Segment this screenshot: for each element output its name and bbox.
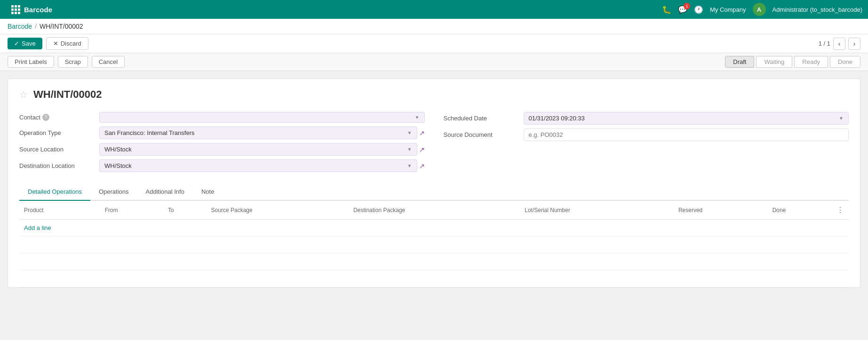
discard-button[interactable]: ✕ Discard xyxy=(46,37,88,50)
operation-type-select[interactable]: San Francisco: Internal Transfers ▼ xyxy=(99,127,417,139)
company-name: My Company xyxy=(710,6,746,13)
contact-arrow-icon: ▼ xyxy=(415,115,420,120)
source-location-select[interactable]: WH/Stock ▼ xyxy=(99,143,417,156)
app-icon[interactable]: Barcode xyxy=(6,0,58,19)
operation-type-external-link-icon[interactable]: ↗ xyxy=(419,129,425,137)
destination-location-field-row: Destination Location WH/Stock ▼ ↗ xyxy=(19,159,425,172)
scheduled-date-label: Scheduled Date xyxy=(444,115,524,122)
contact-select[interactable]: ▼ xyxy=(99,112,425,123)
stage-ready[interactable]: Ready xyxy=(794,56,828,68)
source-document-input[interactable] xyxy=(524,128,849,141)
empty-row-3 xyxy=(19,270,849,287)
print-labels-button[interactable]: Print Labels xyxy=(8,56,54,68)
discard-x-icon: ✕ xyxy=(53,40,58,47)
source-location-label: Source Location xyxy=(19,146,99,153)
save-button[interactable]: ✓ Save xyxy=(8,38,42,49)
col-options: ⋮ xyxy=(832,201,849,220)
bug-icon[interactable]: 🐛 xyxy=(662,5,671,14)
add-line-cell[interactable]: Add a line xyxy=(19,220,849,237)
scheduled-date-input[interactable]: 01/31/2023 09:20:33 ▼ xyxy=(524,112,849,125)
tab-detailed-operations[interactable]: Detailed Operations xyxy=(19,183,90,201)
contact-help-icon[interactable]: ? xyxy=(42,114,49,121)
destination-location-arrow-icon: ▼ xyxy=(407,163,412,168)
pagination: 1 / 1 ‹ › xyxy=(819,38,860,50)
scheduled-date-input-wrap: 01/31/2023 09:20:33 ▼ xyxy=(524,112,849,125)
empty-row-2 xyxy=(19,253,849,270)
tabs-row: Detailed Operations Operations Additiona… xyxy=(19,183,849,201)
action-bar: ✓ Save ✕ Discard 1 / 1 ‹ › xyxy=(0,34,868,53)
stage-draft[interactable]: Draft xyxy=(725,56,754,68)
grid-icon[interactable] xyxy=(11,5,20,14)
col-from: From xyxy=(100,201,163,220)
form-fields: Contact ? ▼ Operation Type xyxy=(19,112,849,176)
source-location-input-wrap: WH/Stock ▼ ↗ xyxy=(99,143,425,156)
next-button[interactable]: › xyxy=(848,38,860,50)
user-label[interactable]: Administrator (to_stock_barcode) xyxy=(772,6,862,13)
prev-button[interactable]: ‹ xyxy=(833,38,845,50)
destination-location-label: Destination Location xyxy=(19,162,99,169)
scheduled-date-field-row: Scheduled Date 01/31/2023 09:20:33 ▼ xyxy=(444,112,849,125)
destination-location-select[interactable]: WH/Stock ▼ xyxy=(99,159,417,172)
source-location-arrow-icon: ▼ xyxy=(407,147,412,152)
tab-additional-info[interactable]: Additional Info xyxy=(137,183,193,201)
col-lot-serial: Lot/Serial Number xyxy=(520,201,674,220)
clock-icon[interactable]: 🕐 xyxy=(694,5,703,14)
operation-type-input-wrap: San Francisco: Internal Transfers ▼ ↗ xyxy=(99,127,425,139)
user-avatar[interactable]: A xyxy=(753,3,766,16)
save-checkmark-icon: ✓ xyxy=(14,40,19,47)
scheduled-date-arrow-icon: ▼ xyxy=(839,116,844,121)
breadcrumb-separator: / xyxy=(35,23,37,30)
left-fields: Contact ? ▼ Operation Type xyxy=(19,112,425,176)
source-document-label: Source Document xyxy=(444,131,524,138)
contact-input-wrap: ▼ xyxy=(99,112,425,123)
form-header: ☆ WH/INT/00002 xyxy=(19,88,849,101)
breadcrumb-parent[interactable]: Barcode xyxy=(8,23,32,30)
table-body: Add a line xyxy=(19,220,849,287)
destination-location-input-wrap: WH/Stock ▼ ↗ xyxy=(99,159,425,172)
operation-type-arrow-icon: ▼ xyxy=(407,130,412,135)
breadcrumb: Barcode / WH/INT/00002 xyxy=(0,19,868,34)
form-title: WH/INT/00002 xyxy=(33,88,102,101)
chat-icon[interactable]: 💬 1 xyxy=(678,5,687,14)
contact-field-row: Contact ? ▼ xyxy=(19,112,425,123)
status-stages: Draft Waiting Ready Done xyxy=(725,56,860,68)
app-name: Barcode xyxy=(24,6,52,14)
chat-badge: 1 xyxy=(684,3,690,9)
col-to: To xyxy=(163,201,207,220)
source-location-external-link-icon[interactable]: ↗ xyxy=(419,146,425,153)
col-done: Done xyxy=(768,201,832,220)
add-line-row[interactable]: Add a line xyxy=(19,220,849,237)
table-header: Product From To Source Package Destinati… xyxy=(19,201,849,220)
form-card: ☆ WH/INT/00002 Contact ? ▼ xyxy=(8,79,860,288)
source-document-field-row: Source Document xyxy=(444,128,849,141)
table-wrap: Product From To Source Package Destinati… xyxy=(19,201,849,287)
detailed-operations-table: Product From To Source Package Destinati… xyxy=(19,201,849,287)
stage-waiting[interactable]: Waiting xyxy=(756,56,792,68)
operation-type-label: Operation Type xyxy=(19,129,99,136)
tab-operations[interactable]: Operations xyxy=(90,183,137,201)
source-location-field-row: Source Location WH/Stock ▼ ↗ xyxy=(19,143,425,156)
right-fields: Scheduled Date 01/31/2023 09:20:33 ▼ Sou… xyxy=(444,112,849,176)
nav-icons: 🐛 💬 1 🕐 My Company A Administrator (to_s… xyxy=(662,3,862,16)
col-product: Product xyxy=(19,201,100,220)
top-nav: Barcode 🐛 💬 1 🕐 My Company A Administrat… xyxy=(0,0,868,19)
destination-location-external-link-icon[interactable]: ↗ xyxy=(419,162,425,170)
col-source-package: Source Package xyxy=(207,201,349,220)
col-destination-package: Destination Package xyxy=(349,201,520,220)
contact-label: Contact ? xyxy=(19,114,99,121)
main-content: ☆ WH/INT/00002 Contact ? ▼ xyxy=(0,71,868,295)
star-icon[interactable]: ☆ xyxy=(19,89,28,100)
operation-type-field-row: Operation Type San Francisco: Internal T… xyxy=(19,127,425,139)
col-reserved: Reserved xyxy=(674,201,768,220)
cancel-button[interactable]: Cancel xyxy=(92,56,125,68)
source-document-input-wrap xyxy=(524,128,849,141)
column-options-icon[interactable]: ⋮ xyxy=(836,206,844,214)
status-bar: Print Labels Scrap Cancel Draft Waiting … xyxy=(0,53,868,71)
breadcrumb-current: WH/INT/00002 xyxy=(40,23,83,30)
stage-done[interactable]: Done xyxy=(830,56,860,68)
tab-note[interactable]: Note xyxy=(193,183,223,201)
scrap-button[interactable]: Scrap xyxy=(58,56,88,68)
empty-row-1 xyxy=(19,237,849,253)
